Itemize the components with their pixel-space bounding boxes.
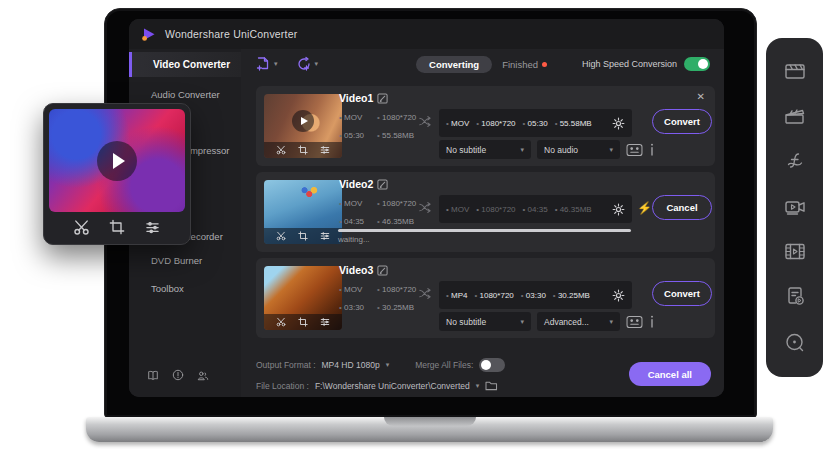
cancel-all-button[interactable]: Cancel all [629, 362, 711, 386]
merge-toggle[interactable] [479, 358, 505, 372]
audio-dropdown[interactable]: Advanced...▾ [537, 312, 620, 331]
audio-value: No audio [544, 145, 578, 155]
dst-duration: 04:35 [523, 205, 548, 214]
crop-icon[interactable] [298, 231, 308, 241]
laptop-base [86, 417, 773, 442]
media-document-icon[interactable] [783, 284, 807, 308]
src-resolution: 1080*720 [377, 285, 416, 294]
high-speed-toggle[interactable] [684, 57, 710, 71]
cut-icon[interactable] [276, 231, 286, 241]
audio-dropdown[interactable]: No audio▾ [537, 140, 620, 159]
target-format-box: MOV 1080*720 05:30 55.58MB [439, 109, 632, 137]
effects-icon[interactable] [783, 149, 807, 173]
edit-icon[interactable] [377, 265, 388, 276]
adjust-icon[interactable] [320, 145, 330, 155]
edit-icon[interactable] [377, 93, 388, 104]
tab-finished[interactable]: Finished [502, 59, 547, 70]
crop-icon[interactable] [109, 219, 125, 235]
src-format: MOV [339, 285, 362, 294]
mini-player-thumbnail[interactable] [49, 109, 185, 212]
edit-icon[interactable] [377, 179, 388, 190]
main-area: ▾ ▾ Converting Finished [241, 49, 724, 397]
video-card-1: Video1 ✕ MOV 1080*720 05:30 55.58MB MOV … [256, 86, 715, 166]
gear-icon[interactable] [612, 117, 625, 130]
tab-finished-label: Finished [502, 59, 538, 70]
add-device-button[interactable]: ▾ [296, 56, 319, 72]
info-icon[interactable] [172, 369, 184, 381]
chevron-down-icon: ▾ [520, 146, 524, 154]
src-resolution: 1080*720 [377, 199, 416, 208]
play-icon[interactable] [97, 141, 137, 181]
src-size: 46.35MB [377, 217, 414, 226]
toggle-knob [481, 360, 491, 370]
adjust-icon[interactable] [144, 220, 161, 235]
tab-converting[interactable]: Converting [416, 56, 492, 73]
video1-thumbnail[interactable] [264, 94, 342, 158]
src-duration: 05:30 [339, 131, 364, 140]
mini-player-toolbar [49, 212, 185, 242]
convert-arrow-icon [417, 113, 434, 130]
subtitle-editor-button[interactable] [626, 315, 643, 329]
dst-resolution: 1080*720 [476, 205, 515, 214]
convert-button[interactable]: Convert [652, 109, 712, 134]
page: Wondershare UniConverter Video Converter… [0, 0, 823, 449]
adjust-icon[interactable] [320, 231, 330, 241]
gear-icon[interactable] [612, 289, 625, 302]
file-info-button[interactable] [649, 315, 655, 328]
account-icon[interactable] [197, 370, 209, 381]
video-card-2: Video2 MOV 1080*720 04:35 46.35MB MOV 10… [256, 172, 715, 252]
options-row: No subtitle▾ Advanced...▾ [439, 312, 655, 331]
cut-icon[interactable] [73, 219, 90, 236]
merge-all-files-label: Merge All Files: [415, 360, 473, 370]
src-resolution: 1080*720 [377, 113, 416, 122]
clapperboard-icon[interactable] [783, 60, 807, 82]
video3-thumbnail[interactable] [264, 266, 342, 330]
chevron-down-icon: ▾ [520, 318, 524, 326]
disc-icon[interactable] [783, 331, 807, 355]
file-location-value[interactable]: F:\Wondershare UniConverter\Converted [315, 381, 470, 391]
video-title: Video1 [339, 92, 373, 104]
clapperboard-open-icon[interactable] [783, 105, 807, 127]
chevron-down-icon: ▾ [609, 146, 613, 154]
gear-icon[interactable] [612, 203, 625, 216]
sidebar-footer [147, 369, 209, 381]
sidebar-item-audio-converter[interactable]: Audio Converter [151, 89, 220, 100]
crop-icon[interactable] [298, 145, 308, 155]
app-logo-icon [141, 27, 157, 42]
cancel-button[interactable]: Cancel [652, 195, 712, 220]
add-file-icon [255, 56, 271, 72]
add-files-button[interactable]: ▾ [255, 56, 278, 72]
chevron-down-icon: ▾ [476, 382, 480, 390]
high-speed-bolt-icon: ⚡ [637, 201, 652, 215]
convert-button[interactable]: Convert [652, 281, 712, 306]
status-text: waiting... [338, 235, 370, 244]
cut-icon[interactable] [276, 145, 286, 155]
screen-recorder-icon[interactable] [783, 196, 807, 218]
convert-arrow-icon [417, 199, 434, 216]
chevron-down-icon: ▾ [386, 361, 390, 369]
audio-value: Advanced... [544, 317, 589, 327]
file-info-button[interactable] [649, 143, 655, 156]
dst-duration: 03:30 [521, 291, 546, 300]
video2-thumbnail[interactable] [264, 180, 342, 244]
book-icon[interactable] [147, 370, 159, 381]
conversion-list: Video1 ✕ MOV 1080*720 05:30 55.58MB MOV … [241, 79, 724, 344]
open-folder-icon[interactable] [485, 380, 498, 391]
subtitle-editor-button[interactable] [626, 143, 643, 157]
laptop-notch [384, 417, 476, 426]
cut-icon[interactable] [276, 317, 286, 327]
crop-icon[interactable] [298, 317, 308, 327]
subtitle-dropdown[interactable]: No subtitle▾ [439, 140, 531, 159]
filmstrip-play-icon[interactable] [783, 240, 807, 262]
output-format-value[interactable]: MP4 HD 1080p [322, 360, 380, 370]
sidebar-item-video-converter[interactable]: Video Converter [129, 52, 241, 77]
sidebar-item-dvd-burner[interactable]: DVD Burner [151, 255, 202, 266]
sidebar-item-toolbox[interactable]: Toolbox [151, 283, 184, 294]
adjust-icon[interactable] [320, 317, 330, 327]
close-icon[interactable]: ✕ [697, 91, 705, 102]
play-icon[interactable] [292, 110, 314, 132]
subtitle-value: No subtitle [446, 145, 486, 155]
status-tabs: Converting Finished [416, 56, 547, 73]
video-title: Video3 [339, 264, 373, 276]
subtitle-dropdown[interactable]: No subtitle▾ [439, 312, 531, 331]
